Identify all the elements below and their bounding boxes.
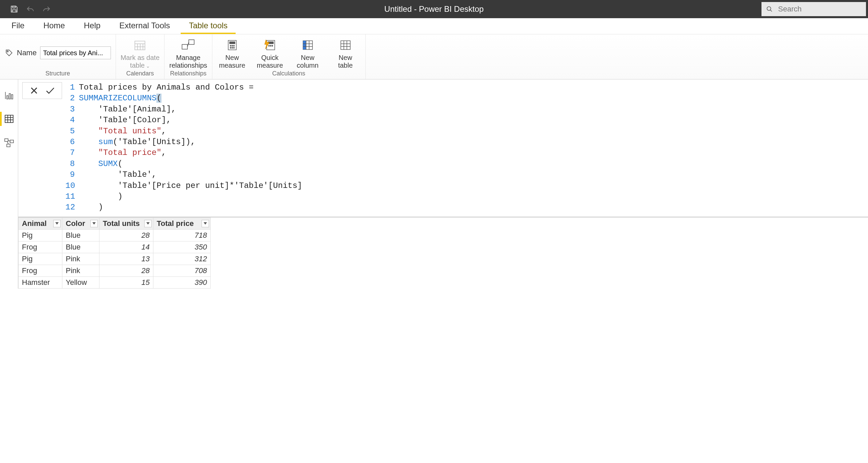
filter-dropdown-button[interactable] (202, 220, 209, 227)
search-box[interactable] (761, 2, 866, 16)
column-header[interactable]: Color (62, 218, 99, 229)
cell[interactable]: Pink (62, 253, 99, 265)
code-content[interactable]: ) (79, 191, 123, 202)
code-content[interactable]: 'Table'[Price per unit]*'Table'[Units] (79, 180, 302, 191)
cell[interactable]: 28 (99, 229, 153, 241)
dax-editor[interactable]: 1Total prices by Animals and Colors =2SU… (65, 79, 868, 217)
tab-home[interactable]: Home (35, 18, 73, 34)
ribbon: Name Structure Mark as date table ⌄ Cale… (0, 34, 868, 79)
cell[interactable]: 14 (99, 241, 153, 253)
mark-as-date-button[interactable]: Mark as date table ⌄ (121, 36, 160, 69)
tab-help[interactable]: Help (76, 18, 109, 34)
report-view-button[interactable] (0, 88, 18, 102)
cell[interactable]: Yellow (62, 276, 99, 288)
editor-line[interactable]: 4 'Table'[Color], (65, 115, 868, 126)
svg-point-24 (272, 45, 273, 46)
code-content[interactable]: ) (79, 202, 103, 213)
cell[interactable]: Hamster (19, 276, 62, 288)
table-row[interactable]: PigPink13312 (19, 253, 211, 265)
svg-rect-31 (341, 41, 350, 49)
table-row[interactable]: HamsterYellow15390 (19, 276, 211, 288)
column-header[interactable]: Total price (153, 218, 211, 229)
redo-button[interactable] (40, 2, 53, 16)
data-view-button[interactable] (0, 112, 18, 126)
cancel-formula-button[interactable] (27, 85, 41, 97)
new-column-label: New column (297, 54, 318, 69)
undo-button[interactable] (24, 2, 37, 16)
ribbon-group-calendars: Mark as date table ⌄ Calendars (116, 34, 165, 79)
new-column-button[interactable]: New column (293, 36, 323, 69)
cell[interactable]: Pig (19, 229, 62, 241)
cell[interactable]: 718 (153, 229, 211, 241)
code-content[interactable]: "Total price", (79, 147, 166, 158)
editor-line[interactable]: 12 ) (65, 202, 868, 213)
result-grid[interactable]: AnimalColorTotal unitsTotal price PigBlu… (18, 218, 211, 289)
editor-line[interactable]: 10 'Table'[Price per unit]*'Table'[Units… (65, 180, 868, 191)
cell[interactable]: Pink (62, 265, 99, 276)
code-content[interactable]: 'Table'[Animal], (79, 104, 176, 115)
new-table-label: New table (338, 54, 353, 69)
new-table-button[interactable]: New table (330, 36, 361, 69)
editor-line[interactable]: 11 ) (65, 191, 868, 202)
quick-measure-button[interactable]: Quick measure (255, 36, 285, 69)
workarea: 1Total prices by Animals and Colors =2SU… (0, 79, 868, 289)
cell[interactable]: 15 (99, 276, 153, 288)
editor-line[interactable]: 8 SUMX( (65, 159, 868, 169)
column-header[interactable]: Total units (99, 218, 153, 229)
cell[interactable]: 312 (153, 253, 211, 265)
quick-measure-label: Quick measure (257, 54, 283, 69)
filter-dropdown-button[interactable] (144, 220, 152, 227)
cell[interactable]: 708 (153, 265, 211, 276)
code-content[interactable]: 'Table', (79, 169, 156, 180)
cell[interactable]: 350 (153, 241, 211, 253)
svg-rect-13 (230, 42, 235, 44)
cell[interactable]: 390 (153, 276, 211, 288)
chevron-down-icon (146, 222, 150, 225)
cell[interactable]: Frog (19, 241, 62, 253)
code-content[interactable]: 'Table'[Color], (79, 115, 171, 126)
filter-dropdown-button[interactable] (53, 220, 61, 227)
editor-line[interactable]: 7 "Total price", (65, 147, 868, 158)
save-button[interactable] (7, 2, 21, 16)
column-header[interactable]: Animal (19, 218, 62, 229)
cell[interactable]: Blue (62, 229, 99, 241)
manage-relationships-button[interactable]: Manage relationships (169, 36, 207, 69)
filter-dropdown-button[interactable] (90, 220, 98, 227)
table-row[interactable]: PigBlue28718 (19, 229, 211, 241)
new-measure-button[interactable]: New measure (217, 36, 247, 69)
cell[interactable]: 13 (99, 253, 153, 265)
editor-line[interactable]: 9 'Table', (65, 169, 868, 180)
commit-formula-button[interactable] (43, 85, 58, 97)
editor-line[interactable]: 5 "Total units", (65, 126, 868, 137)
tab-table-tools[interactable]: Table tools (181, 18, 236, 34)
model-view-button[interactable] (0, 135, 18, 150)
editor-line[interactable]: 6 sum('Table'[Units]), (65, 137, 868, 147)
tab-file[interactable]: File (3, 18, 33, 34)
view-rail (0, 79, 18, 289)
tab-external-tools[interactable]: External Tools (111, 18, 178, 34)
code-content[interactable]: "Total units", (79, 126, 166, 137)
manage-relationships-label: Manage relationships (169, 54, 207, 69)
mark-as-date-label: Mark as date table (121, 54, 160, 69)
svg-point-17 (230, 47, 231, 48)
editor-line[interactable]: 3 'Table'[Animal], (65, 104, 868, 115)
cell[interactable]: Frog (19, 265, 62, 276)
editor-line[interactable]: 2SUMMARIZECOLUMNS( (65, 93, 868, 104)
table-row[interactable]: FrogBlue14350 (19, 241, 211, 253)
code-content[interactable]: SUMMARIZECOLUMNS( (79, 93, 161, 104)
cell[interactable]: 28 (99, 265, 153, 276)
x-icon (29, 86, 39, 95)
cell[interactable]: Blue (62, 241, 99, 253)
svg-rect-47 (7, 144, 10, 147)
code-content[interactable]: SUMX( (79, 159, 123, 169)
table-row[interactable]: FrogPink28708 (19, 265, 211, 276)
column-header-label: Color (66, 219, 85, 228)
cell[interactable]: Pig (19, 253, 62, 265)
code-content[interactable]: sum('Table'[Units]), (79, 137, 196, 147)
formula-actions (22, 82, 62, 99)
search-input[interactable] (777, 4, 861, 14)
code-content[interactable]: Total prices by Animals and Colors = (79, 82, 253, 93)
svg-rect-3 (135, 41, 145, 50)
editor-line[interactable]: 1Total prices by Animals and Colors = (65, 82, 868, 93)
name-input[interactable] (40, 46, 111, 59)
